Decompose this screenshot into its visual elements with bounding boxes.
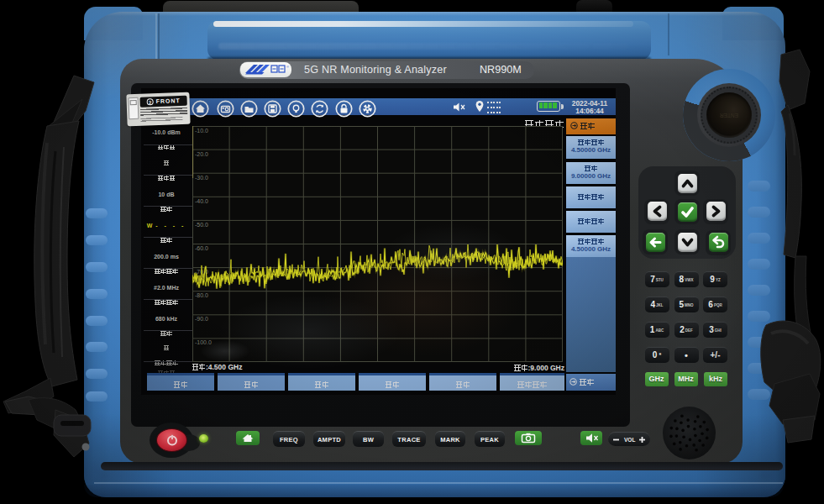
svg-text:®: ® <box>286 65 289 69</box>
svg-text:VOL: VOL <box>624 437 635 443</box>
